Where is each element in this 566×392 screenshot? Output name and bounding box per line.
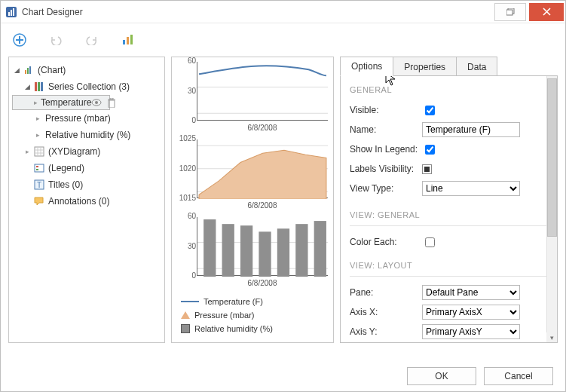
tree-root[interactable]: ◢ (Chart)	[12, 62, 161, 78]
svg-rect-12	[29, 66, 31, 74]
svg-rect-20	[36, 166, 38, 167]
view-type-label: View Type:	[350, 183, 422, 194]
svg-rect-5	[506, 10, 512, 15]
svg-rect-10	[25, 70, 26, 74]
show-in-legend-checkbox[interactable]	[425, 145, 435, 155]
section-view-layout: VIEW: LAYOUT	[350, 261, 548, 270]
titles-icon: T	[33, 179, 45, 191]
svg-rect-21	[36, 169, 38, 170]
svg-point-17	[95, 101, 98, 104]
svg-rect-8	[127, 37, 129, 44]
svg-rect-24	[203, 219, 216, 277]
axis-x-label: Axis X:	[350, 307, 422, 317]
tab-data[interactable]: Data	[456, 57, 497, 76]
close-button[interactable]	[529, 3, 564, 21]
svg-rect-26	[240, 225, 252, 277]
line-swatch-icon	[181, 301, 199, 302]
restore-button[interactable]	[494, 3, 526, 21]
tree-series-collection[interactable]: ◢ Series Collection (3)	[12, 78, 161, 95]
color-each-label: Color Each:	[350, 237, 422, 247]
svg-rect-30	[314, 221, 326, 277]
section-general: GENERAL	[350, 85, 548, 94]
svg-rect-28	[277, 228, 289, 277]
preview-panel: 60 30 0 6/8/2008 1025	[171, 57, 334, 343]
svg-rect-7	[123, 40, 125, 44]
tree-legend[interactable]: (Legend)	[12, 160, 161, 176]
name-label: Name:	[350, 124, 422, 135]
pane-select[interactable]: Default Pane	[422, 285, 520, 300]
preview-chart-pressure: 1025 1020 1015 6/8/2008	[177, 139, 328, 210]
svg-rect-1	[8, 12, 10, 16]
svg-rect-2	[11, 10, 12, 16]
delete-icon[interactable]	[106, 97, 117, 108]
series-icon	[33, 81, 45, 93]
svg-rect-18	[35, 147, 44, 156]
view-type-select[interactable]: Line	[422, 181, 520, 196]
tree-annotations[interactable]: Annotations (0)	[12, 193, 161, 210]
preview-chart-temperature: 60 30 0 6/8/2008	[177, 62, 328, 132]
svg-rect-13	[35, 82, 37, 91]
tab-options[interactable]: Options	[340, 57, 393, 76]
svg-rect-3	[13, 8, 14, 16]
ok-button[interactable]: OK	[407, 367, 476, 385]
name-input[interactable]	[422, 122, 520, 137]
axis-x-select[interactable]: Primary AxisX	[422, 305, 520, 320]
window-title: Chart Designer	[22, 7, 83, 17]
svg-rect-29	[295, 224, 307, 277]
show-in-legend-label: Show In Legend:	[350, 144, 422, 155]
properties-panel: Options Properties Data GENERAL Visible:…	[340, 57, 558, 343]
area-swatch-icon	[181, 311, 190, 319]
svg-rect-14	[38, 82, 40, 91]
axis-y-select[interactable]: Primary AxisY	[422, 324, 520, 339]
axis-y-label: Axis Y:	[350, 326, 422, 337]
cancel-button[interactable]: Cancel	[484, 367, 553, 385]
labels-visibility-checkbox[interactable]	[422, 164, 432, 174]
tree-xydiagram[interactable]: ▸ (XYDiagram)	[12, 143, 161, 160]
svg-rect-9	[130, 35, 133, 44]
chevron-down-icon[interactable]: ▾	[546, 332, 557, 343]
svg-rect-25	[222, 224, 234, 277]
svg-rect-27	[259, 231, 271, 277]
tree-titles[interactable]: T Titles (0)	[12, 176, 161, 193]
color-each-checkbox[interactable]	[425, 237, 435, 247]
section-view-general: VIEW: GENERAL	[350, 210, 548, 219]
svg-rect-11	[27, 68, 29, 74]
tree-item-humidity[interactable]: ▸ Relative humidity (%)	[12, 127, 161, 143]
svg-text:T: T	[37, 181, 41, 189]
preview-chart-humidity: 60 30 0	[177, 217, 328, 287]
preview-legend: Temperature (F) Pressure (mbar) Relative…	[181, 295, 273, 335]
svg-rect-19	[35, 164, 44, 172]
app-icon	[5, 6, 17, 18]
add-button[interactable]	[11, 32, 28, 48]
svg-rect-15	[41, 82, 43, 91]
grid-icon	[33, 145, 45, 158]
tree-panel: ◢ (Chart) ◢ Series Collection (3) ▸ Temp…	[8, 57, 165, 343]
undo-button[interactable]	[47, 32, 64, 48]
labels-visibility-label: Labels Visibility:	[350, 164, 422, 174]
visible-checkbox[interactable]	[425, 106, 435, 115]
chart-icon	[23, 64, 35, 76]
pane-label: Pane:	[350, 287, 422, 298]
tree-item-pressure[interactable]: ▸ Pressure (mbar)	[12, 110, 161, 127]
tree-item-temperature[interactable]: ▸ Temperature	[12, 95, 110, 110]
bar-swatch-icon	[181, 324, 190, 333]
redo-button[interactable]	[84, 32, 100, 48]
annotations-icon	[33, 195, 45, 207]
chart-type-button[interactable]	[120, 32, 136, 48]
tab-properties[interactable]: Properties	[393, 57, 457, 76]
visible-label: Visible:	[350, 105, 422, 115]
legend-icon	[33, 162, 45, 174]
visibility-icon[interactable]	[91, 97, 102, 108]
scrollbar[interactable]: ▾	[546, 76, 557, 342]
